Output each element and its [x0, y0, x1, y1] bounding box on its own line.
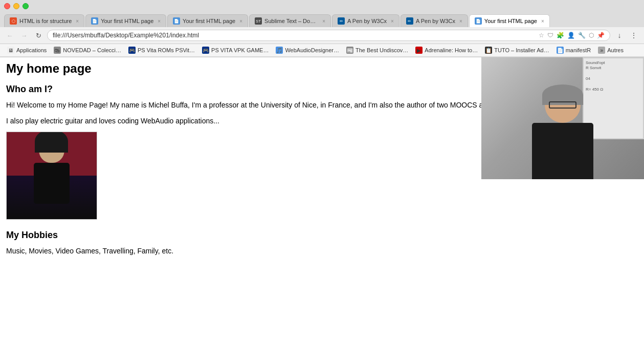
bookmark-label-bm5: WebAudioDesigner… — [285, 47, 339, 53]
bookmark-bm6[interactable]: 📰The Best Undiscov… — [343, 46, 411, 55]
tab-bar: ⬡HTML is for structure×📄Your first HTML … — [0, 12, 644, 27]
bookmark-label-bm3: PS Vita ROMs PSVit… — [138, 47, 195, 53]
tab-favicon-tab1: ⬡ — [10, 17, 17, 25]
tab-tab6[interactable]: ✏A Pen by W3Cx× — [401, 14, 468, 27]
bookmark-label-bm8: TUTO – Installer Ad… — [494, 47, 549, 53]
bookmark-label-bm9: manifestR — [566, 47, 591, 53]
shield-icon: 🛡 — [547, 32, 553, 39]
ext2-icon: 🔧 — [578, 32, 586, 39]
address-bar[interactable]: file:///Users/mbuffa/Desktop/Example%201… — [47, 30, 610, 41]
bookmark-label-bm2: NOVEDAD – Colecci… — [63, 47, 121, 53]
bookmark-label-bm6: The Best Undiscov… — [356, 47, 408, 53]
tab-tab5[interactable]: ✏A Pen by W3Cx× — [332, 14, 399, 27]
bookmark-label-bm10: Autres — [607, 47, 624, 53]
page-content: My home page Who am I? Hi! Welcome to my… — [0, 57, 644, 363]
downloads-button[interactable]: ↓ — [613, 29, 626, 41]
person-photo — [6, 132, 97, 220]
tab-close-tab5[interactable]: × — [391, 18, 394, 24]
tab-close-tab2[interactable]: × — [158, 18, 161, 24]
traffic-lights — [4, 3, 29, 9]
person-icon: 👤 — [567, 32, 575, 39]
hobbies-paragraph: Music, Movies, Video Games, Travelling, … — [6, 246, 638, 257]
address-icons: ☆ 🛡 🧩 👤 🔧 ⬡ 📌 — [539, 32, 605, 39]
tab-close-tab3[interactable]: × — [239, 18, 242, 24]
tab-close-tab1[interactable]: × — [76, 18, 79, 24]
bookmark-bm7[interactable]: ▶Adrenaline: How to… — [412, 46, 481, 55]
browser-chrome: ⬡HTML is for structure×📄Your first HTML … — [0, 0, 644, 57]
title-bar — [0, 0, 644, 12]
address-text: file:///Users/mbuffa/Desktop/Example%201… — [53, 32, 536, 39]
forward-button[interactable]: → — [18, 30, 30, 41]
tab-favicon-tab5: ✏ — [338, 17, 345, 25]
video-person — [512, 77, 614, 179]
bookmark-icon-bm4: 🎮 — [202, 47, 209, 54]
minimize-window-button[interactable] — [13, 3, 19, 9]
tab-favicon-tab4: ST — [255, 17, 262, 25]
back-button[interactable]: ← — [4, 30, 15, 41]
bookmark-bm4[interactable]: 🎮PS VITA VPK GAME… — [199, 46, 272, 55]
tab-label-tab3: Your first HTML page — [183, 18, 235, 24]
bookmark-icon-bm6: 📰 — [346, 47, 353, 54]
navigation-bar: ← → ↻ file:///Users/mbuffa/Desktop/Examp… — [0, 27, 644, 44]
tab-favicon-tab3: 📄 — [173, 17, 180, 25]
bookmark-icon-bm8: 📋 — [485, 47, 492, 54]
tab-favicon-tab2: 📄 — [91, 17, 98, 25]
tab-label-tab2: Your first HTML page — [101, 18, 153, 24]
bookmark-label-bm7: Adrenaline: How to… — [425, 47, 478, 53]
bookmark-bm3[interactable]: 🎮PS Vita ROMs PSVit… — [125, 46, 198, 55]
person-figure — [26, 135, 77, 217]
video-glasses — [549, 101, 576, 109]
ext3-icon: ⬡ — [589, 32, 594, 39]
nav-right-icons: ↓ ⋮ — [613, 29, 640, 41]
tab-label-tab1: HTML is for structure — [19, 18, 72, 24]
person-hair — [35, 132, 68, 153]
person-image-inner — [7, 132, 97, 219]
video-overlay: Soundl'optR Sonvit04R= 450 Ω — [481, 57, 644, 179]
person-body — [34, 163, 70, 204]
bookmark-icon-bm9: 📄 — [557, 47, 564, 54]
bookmark-bm1[interactable]: 🖥Applications — [4, 46, 50, 55]
tab-tab3[interactable]: 📄Your first HTML page× — [167, 14, 248, 27]
section-heading-hobbies: My Hobbies — [6, 230, 638, 241]
tab-label-tab4: Sublime Text – Downl… — [264, 18, 318, 24]
video-person-body — [532, 123, 593, 179]
extension-icon: 🧩 — [557, 32, 564, 39]
close-window-button[interactable] — [4, 3, 10, 9]
tab-tab4[interactable]: STSublime Text – Downl…× — [249, 14, 331, 27]
tab-close-tab6[interactable]: × — [459, 18, 462, 24]
bookmarks-bar: 🖥Applications🛍NOVEDAD – Colecci…🎮PS Vita… — [0, 44, 644, 57]
bookmark-icon-bm7: ▶ — [415, 47, 423, 54]
tab-label-tab7: Your first HTML page — [484, 18, 537, 24]
tab-close-tab4[interactable]: × — [322, 18, 325, 24]
bookmark-icon-bm1: 🖥 — [7, 47, 14, 54]
bookmark-icon-bm2: 🛍 — [54, 47, 61, 54]
bookmark-label-bm1: Applications — [16, 47, 47, 53]
person-head — [39, 135, 64, 163]
bookmark-bm9[interactable]: 📄manifestR — [553, 46, 594, 55]
bookmark-bm5[interactable]: 🎵WebAudioDesigner… — [273, 46, 342, 55]
video-content: Soundl'optR Sonvit04R= 450 Ω — [481, 57, 644, 179]
tab-tab2[interactable]: 📄Your first HTML page× — [85, 14, 166, 27]
bookmark-label-bm4: PS VITA VPK GAME… — [211, 47, 269, 53]
bookmark-bm10[interactable]: »Autres — [595, 46, 627, 55]
bookmark-icon-bm10: » — [598, 47, 605, 54]
tab-tab1[interactable]: ⬡HTML is for structure× — [4, 14, 84, 27]
tab-favicon-tab6: ✏ — [406, 17, 413, 25]
bookmark-icon-bm3: 🎮 — [128, 47, 136, 54]
settings-button[interactable]: ⋮ — [628, 29, 640, 41]
star-icon[interactable]: ☆ — [539, 32, 544, 39]
tab-tab7[interactable]: 📄Your first HTML page× — [469, 14, 550, 27]
video-person-head — [545, 87, 581, 123]
tab-favicon-tab7: 📄 — [475, 17, 482, 25]
tab-close-tab7[interactable]: × — [541, 18, 544, 24]
reload-button[interactable]: ↻ — [33, 30, 44, 41]
bookmark-icon-bm5: 🎵 — [276, 47, 283, 54]
bookmark-bm8[interactable]: 📋TUTO – Installer Ad… — [482, 46, 552, 55]
ext4-icon: 📌 — [597, 32, 605, 39]
tab-label-tab5: A Pen by W3Cx — [347, 18, 387, 24]
tab-label-tab6: A Pen by W3Cx — [416, 18, 455, 24]
maximize-window-button[interactable] — [23, 3, 29, 9]
bookmark-bm2[interactable]: 🛍NOVEDAD – Colecci… — [51, 46, 124, 55]
